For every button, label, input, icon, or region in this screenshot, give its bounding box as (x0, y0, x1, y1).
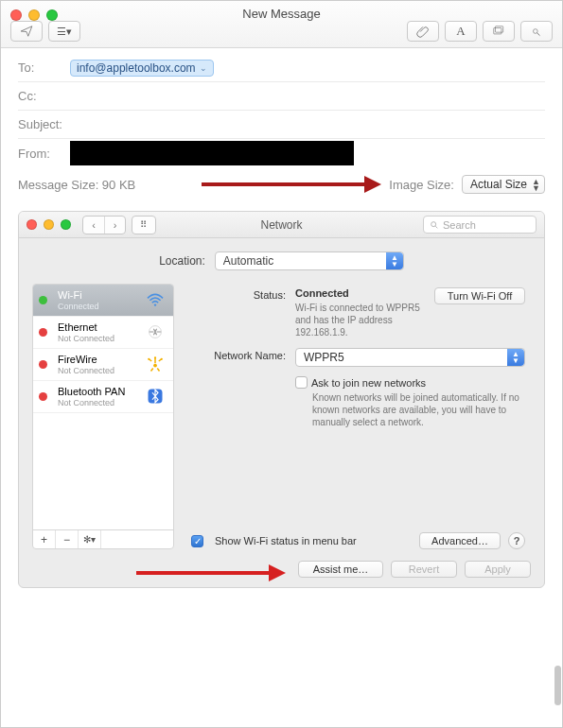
show-menu-label: Show Wi-Fi status in menu bar (215, 535, 412, 546)
network-services-sidebar: Wi-Fi Connected Ethernet Not Connected (32, 284, 174, 549)
minus-icon: − (63, 533, 70, 546)
sidebar-item-firewire[interactable]: FireWire Not Connected (33, 349, 173, 381)
location-select[interactable]: Automatic ▲▼ (215, 251, 404, 270)
status-dot-icon (39, 328, 47, 337)
svg-point-3 (431, 221, 436, 226)
network-detail-panel: Status: Connected Wi-Fi is connected to … (185, 284, 531, 549)
search-icon (430, 220, 439, 230)
send-button[interactable] (10, 21, 43, 42)
message-size-row: Message Size: 90 KB Image Size: Actual S… (1, 167, 562, 201)
location-row: Location: Automatic ▲▼ (32, 251, 531, 270)
from-field-row[interactable]: From: (18, 139, 545, 167)
status-value: Connected (295, 287, 349, 299)
markup-button[interactable] (520, 21, 553, 42)
from-value-redacted (70, 141, 354, 165)
remove-service-button[interactable]: − (56, 530, 79, 548)
chevron-down-icon[interactable]: ⌄ (200, 63, 207, 73)
list-bullets-icon: ☰▾ (57, 26, 72, 38)
cc-label: Cc: (18, 89, 70, 103)
paper-plane-icon (20, 25, 33, 38)
attach-button[interactable] (407, 21, 439, 42)
updown-caret-icon: ▲▼ (532, 179, 540, 192)
subject-label: Subject: (18, 117, 77, 131)
image-size-label: Image Size: (389, 178, 454, 192)
sidebar-item-status: Not Connected (58, 334, 137, 343)
checkbox-checked-icon[interactable]: ✓ (191, 535, 203, 547)
location-value: Automatic (223, 254, 273, 268)
paperclip-icon (416, 25, 430, 38)
markup-icon (530, 25, 543, 38)
checkbox-unchecked-icon[interactable] (295, 376, 308, 389)
svg-point-4 (154, 304, 156, 306)
apply-button[interactable]: Apply (465, 561, 531, 578)
sidebar-item-label: FireWire (58, 354, 137, 366)
revert-button[interactable]: Revert (391, 561, 457, 578)
network-name-value: WPPR5 (304, 351, 344, 364)
to-recipient-chip[interactable]: info@appletoolbox.com ⌄ (70, 60, 214, 77)
updown-caret-icon: ▲▼ (386, 252, 403, 269)
sidebar-item-bluetooth-pan[interactable]: Bluetooth PAN Not Connected (33, 381, 173, 413)
status-note: Wi-Fi is connected to WPPR5 and has the … (295, 302, 423, 338)
status-label: Status: (191, 287, 286, 301)
sidebar-item-status: Not Connected (58, 366, 137, 375)
vertical-scrollbar[interactable] (554, 666, 561, 705)
ask-join-checkbox-row[interactable]: Ask to join new networks (295, 376, 525, 389)
ethernet-icon (143, 324, 167, 339)
svg-rect-1 (496, 26, 503, 32)
ask-join-label: Ask to join new networks (311, 377, 426, 389)
network-name-label: Network Name: (191, 348, 286, 361)
svg-point-8 (148, 358, 150, 360)
photo-browser-button[interactable] (483, 21, 515, 42)
wifi-icon (143, 292, 167, 307)
search-field[interactable]: Search (423, 216, 537, 234)
plus-icon: + (41, 533, 47, 546)
to-field-row[interactable]: To: info@appletoolbox.com ⌄ (18, 54, 545, 82)
advanced-button[interactable]: Advanced… (419, 532, 501, 549)
network-titlebar: ‹ › ⠿ Network Search (19, 212, 544, 238)
bluetooth-icon (143, 388, 167, 405)
updown-caret-icon: ▲▼ (507, 349, 524, 366)
firewire-icon (143, 355, 167, 373)
turn-wifi-off-button[interactable]: Turn Wi-Fi Off (434, 287, 525, 304)
minimize-window-icon[interactable] (44, 219, 54, 230)
sidebar-item-status: Connected (58, 302, 137, 311)
help-button[interactable]: ? (508, 532, 525, 549)
network-name-select[interactable]: WPPR5 ▲▼ (295, 348, 525, 367)
svg-rect-0 (494, 28, 501, 34)
sidebar-item-wifi[interactable]: Wi-Fi Connected (33, 285, 173, 317)
service-actions-button[interactable]: ✻▾ (79, 530, 101, 548)
assist-me-button[interactable]: Assist me… (298, 561, 383, 578)
status-dot-icon (39, 296, 47, 304)
mail-window-title: New Message (1, 7, 562, 21)
close-window-icon[interactable] (26, 219, 37, 230)
status-dot-icon (39, 360, 47, 369)
svg-point-7 (154, 357, 156, 359)
sidebar-item-label: Ethernet (58, 321, 137, 334)
header-menu-button[interactable]: ☰▾ (48, 21, 80, 42)
font-letter-icon: A (456, 24, 465, 39)
annotation-arrow-1 (202, 176, 381, 193)
sidebar-item-ethernet[interactable]: Ethernet Not Connected (33, 317, 173, 349)
image-size-select[interactable]: Actual Size ▲▼ (462, 175, 545, 194)
mail-header-fields: To: info@appletoolbox.com ⌄ Cc: Subject:… (1, 48, 562, 167)
to-recipient-text: info@appletoolbox.com (77, 61, 196, 75)
add-service-button[interactable]: + (33, 530, 56, 548)
ask-join-note: Known networks will be joined automatica… (312, 391, 525, 428)
gear-icon: ✻▾ (83, 534, 96, 545)
nav-back-forward[interactable]: ‹ › (82, 216, 126, 234)
grid-icon: ⠿ (140, 219, 148, 230)
chevron-left-icon[interactable]: ‹ (83, 217, 104, 234)
format-button[interactable]: A (445, 21, 477, 42)
search-placeholder: Search (443, 219, 476, 231)
annotation-arrow-2 (136, 564, 286, 581)
network-pane: ‹ › ⠿ Network Search Location: Automatic… (18, 211, 545, 588)
subject-field-row[interactable]: Subject: (18, 111, 545, 139)
status-dot-icon (39, 392, 47, 401)
from-label: From: (18, 147, 70, 161)
mail-toolbar: New Message ☰▾ A (1, 1, 562, 48)
show-all-button[interactable]: ⠿ (132, 216, 156, 234)
chevron-right-icon[interactable]: › (104, 217, 125, 234)
zoom-window-icon[interactable] (61, 219, 71, 230)
message-size-label: Message Size: 90 KB (18, 178, 135, 192)
cc-field-row[interactable]: Cc: (18, 82, 545, 111)
